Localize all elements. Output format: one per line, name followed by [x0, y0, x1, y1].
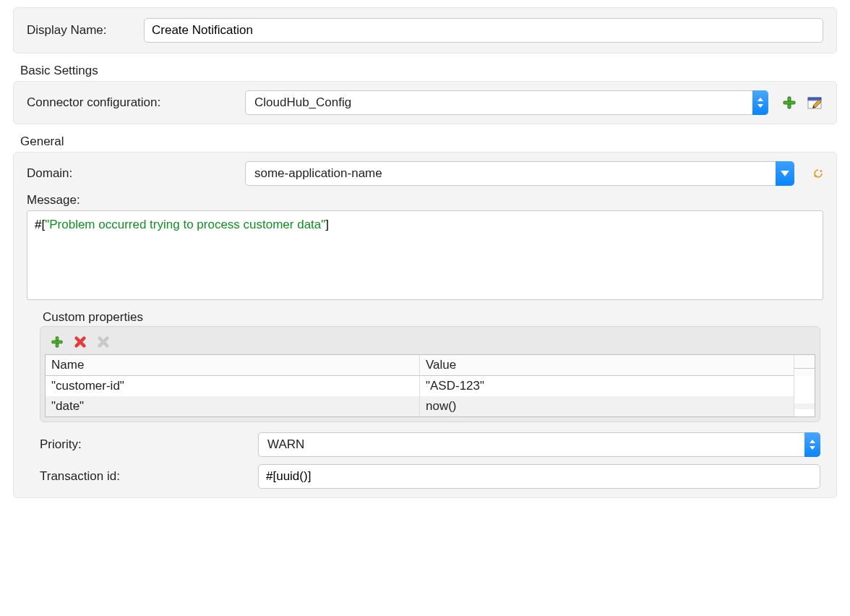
- select-chevron-icon: [804, 432, 820, 457]
- table-row[interactable]: "date"now(): [46, 396, 815, 416]
- custom-properties-table: Name Value "customer-id""ASD-123""date"n…: [45, 354, 815, 417]
- prop-name-cell: "date": [46, 396, 420, 416]
- svg-rect-12: [52, 341, 62, 343]
- transaction-id-input[interactable]: [258, 464, 820, 489]
- connector-config-value: CloudHub_Config: [254, 95, 351, 110]
- basic-settings-title: Basic Settings: [20, 64, 837, 78]
- connector-config-select[interactable]: CloudHub_Config: [245, 90, 768, 115]
- combo-chevron-icon: [776, 161, 794, 186]
- svg-marker-0: [757, 98, 763, 101]
- custom-properties-title: Custom properties: [43, 310, 820, 325]
- message-suffix: ]: [325, 218, 329, 231]
- message-prefix: #[: [35, 218, 45, 231]
- message-label: Message:: [27, 193, 823, 208]
- edit-config-button[interactable]: [807, 95, 823, 111]
- delete-property-button[interactable]: [72, 334, 88, 350]
- basic-settings-panel: Connector configuration: CloudHub_Config: [13, 81, 837, 124]
- general-panel: Domain: some-application-name Message: #…: [13, 152, 837, 498]
- priority-label: Priority:: [40, 437, 249, 452]
- prop-value-cell: "ASD-123": [420, 376, 794, 396]
- domain-combo[interactable]: some-application-name: [245, 161, 794, 186]
- prop-spacer-cell: [794, 403, 815, 409]
- svg-rect-3: [784, 101, 795, 104]
- add-property-button[interactable]: [49, 334, 65, 350]
- transaction-id-label: Transaction id:: [40, 469, 249, 484]
- message-string: "Problem occurred trying to process cust…: [45, 218, 325, 231]
- priority-value: WARN: [267, 437, 304, 452]
- prop-name-cell: "customer-id": [46, 376, 420, 396]
- display-name-label: Display Name:: [27, 23, 135, 38]
- refresh-domain-button[interactable]: [807, 166, 823, 181]
- table-row[interactable]: "customer-id""ASD-123": [46, 376, 815, 396]
- message-textarea[interactable]: #["Problem occurred trying to process cu…: [27, 210, 823, 300]
- display-name-input[interactable]: [144, 18, 823, 43]
- general-title: General: [20, 134, 837, 149]
- custom-properties-group: Custom properties: [40, 310, 820, 422]
- display-name-panel: Display Name:: [13, 7, 837, 54]
- select-chevron-icon: [752, 90, 768, 115]
- svg-marker-14: [810, 446, 815, 450]
- priority-select[interactable]: WARN: [258, 432, 820, 457]
- prop-value-cell: now(): [420, 396, 794, 416]
- prop-spacer-cell: [794, 383, 815, 389]
- delete-property-disabled-button: [95, 334, 111, 350]
- domain-label: Domain:: [27, 166, 236, 181]
- svg-marker-13: [810, 440, 815, 443]
- col-name-header: Name: [46, 355, 420, 376]
- col-value-header: Value: [420, 355, 794, 376]
- col-spacer-header: [794, 362, 815, 369]
- svg-marker-9: [820, 169, 823, 172]
- svg-marker-8: [781, 171, 789, 176]
- domain-value: some-application-name: [254, 166, 382, 181]
- svg-marker-1: [757, 104, 763, 108]
- connector-config-label: Connector configuration:: [27, 95, 236, 110]
- add-config-button[interactable]: [781, 95, 797, 111]
